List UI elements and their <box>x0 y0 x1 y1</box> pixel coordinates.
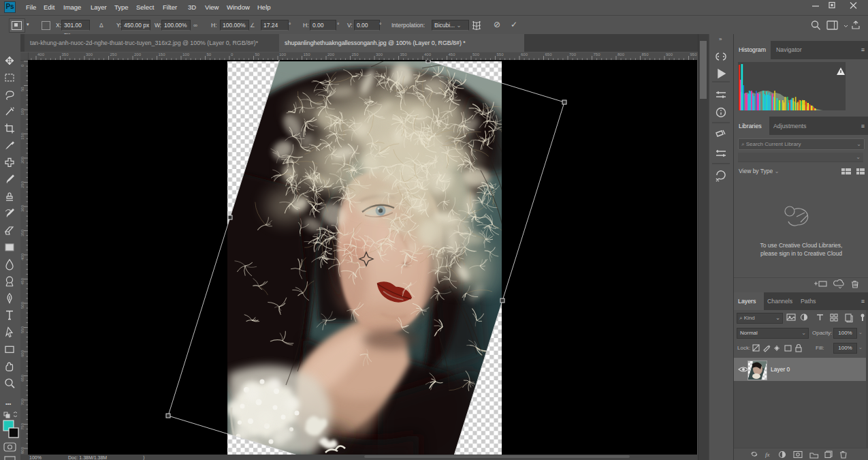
svg-text:•••: ••• <box>5 401 12 407</box>
svg-text:fx: fx <box>765 451 770 458</box>
